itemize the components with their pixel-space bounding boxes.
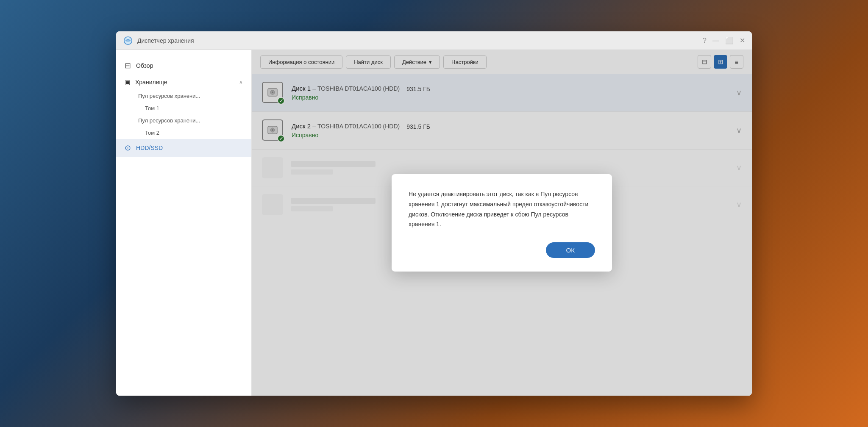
- sidebar-item-overview[interactable]: ⊟ Обзор: [116, 57, 251, 75]
- close-button[interactable]: ✕: [740, 37, 745, 44]
- volume2-label: Том 2: [145, 130, 159, 136]
- window-title: Диспетчер хранения: [137, 37, 703, 44]
- main-content: Информация о состоянии Найти диск Действ…: [252, 50, 752, 396]
- hdd-icon: ⊙: [125, 143, 131, 152]
- hdd-ssd-label: HDD/SSD: [136, 144, 163, 151]
- sidebar-item-hdd-ssd[interactable]: ⊙ HDD/SSD: [116, 139, 251, 157]
- titlebar: Диспетчер хранения ? — ⬜ ✕: [116, 31, 752, 50]
- sidebar-storage-label: Хранилище: [135, 79, 167, 86]
- sidebar-item-volume2[interactable]: Том 2: [138, 127, 251, 139]
- dialog-overlay: Не удается деактивировать этот диск, так…: [252, 50, 752, 396]
- sidebar: ⊟ Обзор ▣ Хранилище ∧ Пул ресурсов хране…: [116, 50, 252, 396]
- app-icon: [123, 36, 133, 46]
- volume1-label: Том 1: [145, 105, 159, 111]
- error-dialog: Не удается деактивировать этот диск, так…: [392, 174, 612, 272]
- sidebar-sub-storage: Пул ресурсов хранени... Том 1 Пул ресурс…: [116, 90, 251, 139]
- content-area: ⊟ Обзор ▣ Хранилище ∧ Пул ресурсов хране…: [116, 50, 752, 396]
- pool1-label: Пул ресурсов хранени...: [138, 93, 200, 99]
- sidebar-item-storage[interactable]: ▣ Хранилище ∧: [116, 75, 251, 90]
- sidebar-overview-label: Обзор: [136, 62, 153, 69]
- help-button[interactable]: ?: [703, 37, 707, 44]
- sidebar-item-pool2[interactable]: Пул ресурсов хранени...: [138, 114, 251, 127]
- sidebar-item-volume1[interactable]: Том 1: [138, 102, 251, 114]
- overview-icon: ⊟: [125, 61, 131, 70]
- main-window: Диспетчер хранения ? — ⬜ ✕ ⊟ Обзор ▣ Хра…: [116, 31, 752, 396]
- dialog-message: Не удается деактивировать этот диск, так…: [409, 189, 595, 230]
- sidebar-item-pool1[interactable]: Пул ресурсов хранени...: [138, 90, 251, 102]
- pool2-label: Пул ресурсов хранени...: [138, 117, 200, 124]
- dialog-footer: ОК: [409, 242, 595, 258]
- window-controls: ? — ⬜ ✕: [703, 37, 745, 44]
- maximize-button[interactable]: ⬜: [725, 37, 734, 44]
- dialog-ok-button[interactable]: ОК: [546, 242, 595, 258]
- chevron-up-icon: ∧: [239, 79, 243, 85]
- storage-icon: ▣: [125, 79, 130, 86]
- minimize-button[interactable]: —: [712, 37, 719, 44]
